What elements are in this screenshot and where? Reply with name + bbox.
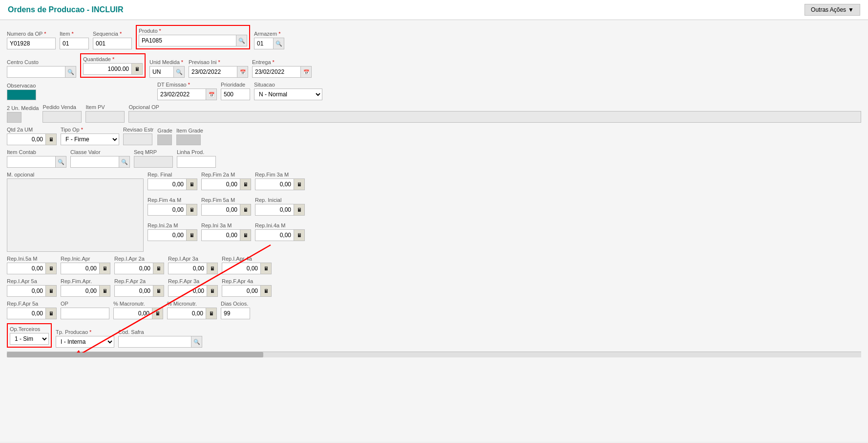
rep-ini-2a-m-calc-button[interactable]: 🖩 — [187, 229, 197, 241]
dias-ocios-input[interactable]: 99 — [221, 308, 250, 319]
rep-ini-4a-m-calc-button[interactable]: 🖩 — [294, 229, 305, 241]
rep-f-apr-2a-calc-button[interactable]: 🖩 — [153, 285, 164, 297]
produto-input[interactable]: PA1085 — [139, 35, 236, 46]
rep-f-apr-5a-input[interactable]: 0,00 — [7, 308, 46, 319]
rep-f-apr-4a-input[interactable]: 0,00 — [222, 285, 261, 297]
rep-fim-2a-m-label: Rep.Fim 2a M — [201, 172, 251, 177]
rep-final-input[interactable]: 0,00 — [148, 178, 187, 190]
rep-i-apr-3a-input[interactable]: 0,00 — [168, 263, 207, 274]
outras-acoes-button[interactable]: Outras Ações ▼ — [804, 4, 860, 16]
revisao-estr-input[interactable] — [123, 133, 152, 145]
rep-i-apr-5a-label: Rep.I.Apr 5a — [7, 278, 57, 284]
pct-micronutr-calc-button[interactable]: 🖩 — [206, 308, 217, 319]
rep-i-apr-5a-input[interactable]: 0,00 — [7, 285, 46, 297]
armazem-label: Armazem * — [254, 31, 284, 37]
rep-i-apr-2a-input[interactable]: 0,00 — [114, 263, 153, 274]
rep-f-apr-2a-input[interactable]: 0,00 — [114, 285, 153, 297]
rep-inic-apr-calc-button[interactable]: 🖩 — [100, 263, 110, 274]
pct-macronutr-calc-button[interactable]: 🖩 — [152, 308, 163, 319]
rep-fim-2a-m-input[interactable]: 0,00 — [201, 178, 240, 190]
rep-inic-apr-input[interactable]: 0,00 — [61, 263, 100, 274]
rep-f-apr-3a-input[interactable]: 0,00 — [168, 285, 207, 297]
classe-valor-search-button[interactable]: 🔍 — [119, 156, 130, 168]
qtd-2a-um-calc-button[interactable]: 🖩 — [46, 133, 57, 145]
rep-i-apr-3a-label: Rep.I.Apr 3a — [168, 256, 218, 262]
pct-macronutr-input[interactable]: 0,00 — [113, 308, 152, 319]
item-contab-search-button[interactable]: 🔍 — [56, 156, 66, 168]
tipo-op-select[interactable]: F - Firme P - Planejada — [61, 133, 119, 145]
centro-custo-search-button[interactable]: 🔍 — [65, 66, 76, 78]
rep-f-apr-3a-calc-button[interactable]: 🖩 — [207, 285, 218, 297]
entrega-calendar-button[interactable]: 📅 — [301, 66, 312, 78]
tp-producao-select[interactable]: I - Interna E - Externa — [56, 336, 114, 348]
linha-prod-input[interactable] — [177, 156, 216, 168]
rep-fim-2a-m-calc-button[interactable]: 🖩 — [240, 178, 251, 190]
item-pv-input[interactable] — [85, 111, 125, 123]
rep-fim-3a-m-input[interactable]: 0,00 — [255, 178, 294, 190]
rep-ini-5a-m-input[interactable]: 0,00 — [7, 263, 46, 274]
rep-ini-2a-m-input[interactable]: 0,00 — [148, 229, 187, 241]
rep-fim-5a-m-input[interactable]: 0,00 — [201, 204, 240, 216]
rep-i-apr-4a-input[interactable]: 0,00 — [222, 263, 261, 274]
rep-fim-apr-calc-button[interactable]: 🖩 — [100, 285, 110, 297]
centro-custo-input[interactable] — [7, 66, 65, 78]
rep-fim-3a-m-calc-button[interactable]: 🖩 — [294, 178, 305, 190]
prioridade-input[interactable]: 500 — [221, 89, 250, 100]
armazem-search-button[interactable]: 🔍 — [274, 38, 284, 49]
rep-final-calc-button[interactable]: 🖩 — [187, 178, 197, 190]
quantidade-input[interactable]: 1000.00 — [83, 63, 132, 75]
opcional-op-input[interactable] — [128, 111, 861, 123]
quantidade-calc-button[interactable]: 🖩 — [132, 63, 143, 75]
rep-fim-5a-m-calc-button[interactable]: 🖩 — [240, 204, 251, 216]
cod-safra-input-wrapper: 🔍 — [118, 336, 202, 348]
centro-custo-label: Centro Custo — [7, 59, 76, 65]
rep-ini-5a-m-calc-button[interactable]: 🖩 — [46, 263, 57, 274]
rep-i-apr-2a-calc-button[interactable]: 🖩 — [153, 263, 164, 274]
entrega-input[interactable]: 23/02/2022 — [252, 66, 301, 78]
dt-emissao-calendar-button[interactable]: 📅 — [206, 89, 217, 100]
rep-ini-3a-m-input[interactable]: 0,00 — [201, 229, 240, 241]
produto-group: Produto * PA1085 🔍 — [136, 25, 250, 49]
rep-inicial-calc-button[interactable]: 🖩 — [294, 204, 305, 216]
dois-un-medida-group: 2 Un. Medida — [7, 105, 39, 123]
produto-search-button[interactable]: 🔍 — [236, 35, 247, 46]
situacao-select[interactable]: N - Normal S - Suspensa E - Encerrada — [254, 89, 322, 100]
horizontal-scrollbar[interactable] — [7, 352, 861, 357]
form-container: Numero da OP * Y01928 Item * 01 Sequenci… — [0, 20, 868, 442]
rep-ini-4a-m-input[interactable]: 0,00 — [255, 229, 294, 241]
classe-valor-input[interactable] — [70, 156, 119, 168]
op-input[interactable] — [61, 308, 109, 319]
rep-fim-4a-m-calc-button[interactable]: 🖩 — [187, 204, 197, 216]
rep-i-apr-5a-calc-button[interactable]: 🖩 — [46, 285, 57, 297]
qtd-2a-um-input[interactable]: 0,00 — [7, 133, 46, 145]
pedido-venda-input[interactable] — [42, 111, 82, 123]
rep-f-apr-5a-calc-button[interactable]: 🖩 — [46, 308, 57, 319]
op-terceiros-select[interactable]: 1 - Sim 2 - Não — [10, 333, 49, 345]
previsao-ini-calendar-button[interactable]: 📅 — [237, 66, 248, 78]
unid-medida-input[interactable]: UN — [149, 66, 174, 78]
rep-fim-4a-m-input[interactable]: 0,00 — [148, 204, 187, 216]
previsao-ini-input[interactable]: 23/02/2022 — [189, 66, 237, 78]
rep-inicial-input[interactable]: 0,00 — [255, 204, 294, 216]
seq-mrp-input[interactable] — [134, 156, 173, 168]
numero-op-input[interactable]: Y01928 — [7, 38, 56, 49]
rep-i-apr-4a-label: Rep.I.Apr 4a — [222, 256, 272, 262]
rep-i-apr-4a-calc-button[interactable]: 🖩 — [261, 263, 272, 274]
dt-emissao-input[interactable]: 23/02/2022 — [157, 89, 206, 100]
rep-fim-apr-input[interactable]: 0,00 — [61, 285, 100, 297]
rep-i-apr-3a-calc-button[interactable]: 🖩 — [207, 263, 218, 274]
sequencia-input[interactable]: 001 — [93, 38, 132, 49]
item-contab-input[interactable] — [7, 156, 56, 168]
unid-medida-search-button[interactable]: 🔍 — [174, 66, 185, 78]
revisao-estr-label: Revisao Estr — [123, 127, 153, 133]
armazem-input[interactable]: 01 — [254, 38, 274, 49]
rep-ini-3a-m-calc-button[interactable]: 🖩 — [240, 229, 251, 241]
m-opcional-textarea[interactable] — [7, 178, 144, 252]
rep-f-apr-4a-calc-button[interactable]: 🖩 — [261, 285, 272, 297]
op-terceiros-label: Op.Terceiros — [10, 326, 49, 332]
cod-safra-input[interactable] — [118, 336, 191, 348]
rep-fim-apr-group: Rep.Fim.Apr. 0,00 🖩 — [61, 278, 110, 297]
item-input[interactable]: 01 — [60, 38, 89, 49]
pct-micronutr-input[interactable]: 0,00 — [167, 308, 206, 319]
cod-safra-search-button[interactable]: 🔍 — [191, 336, 202, 348]
